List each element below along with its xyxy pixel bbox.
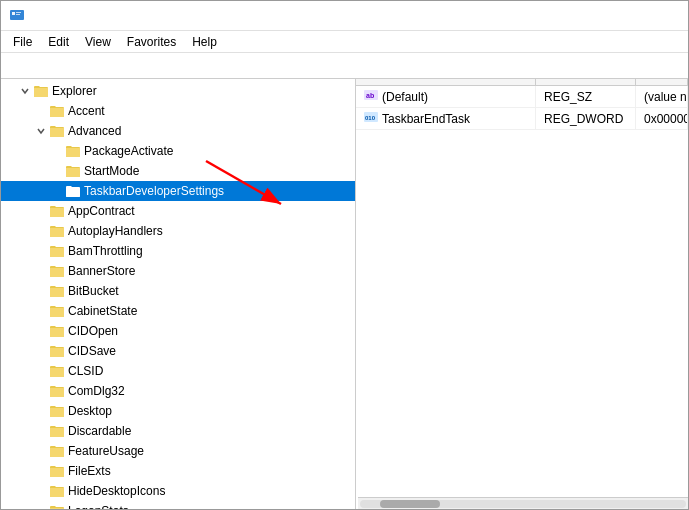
expand-icon-taskbardevelopersettings <box>49 181 65 201</box>
tree-item-featureusage[interactable]: FeatureUsage <box>1 441 355 461</box>
detail-data-1: 0x00000001 (1 <box>636 108 688 129</box>
tree-item-bamthrottling[interactable]: BamThrottling <box>1 241 355 261</box>
detail-row-1[interactable]: 010TaskbarEndTaskREG_DWORD0x00000001 (1 <box>356 108 688 130</box>
tree-label-explorer: Explorer <box>52 84 97 98</box>
expand-icon-fileexts <box>33 461 49 481</box>
main-area: Explorer Accent Advanced PackageActivate… <box>1 79 688 509</box>
folder-icon-cabinetstate <box>49 303 65 319</box>
expand-icon-clsid <box>33 361 49 381</box>
expand-icon-logonstats <box>33 501 49 509</box>
svg-rect-1 <box>12 12 15 15</box>
detail-type-0: REG_SZ <box>536 86 636 107</box>
tree-item-autoplayhandlers[interactable]: AutoplayHandlers <box>1 221 355 241</box>
menu-item-help[interactable]: Help <box>184 33 225 51</box>
expand-icon-cabinetstate <box>33 301 49 321</box>
tree-panel[interactable]: Explorer Accent Advanced PackageActivate… <box>1 79 356 509</box>
tree-label-fileexts: FileExts <box>68 464 111 478</box>
title-bar <box>1 1 688 31</box>
tree-item-explorer[interactable]: Explorer <box>1 81 355 101</box>
address-bar <box>1 53 688 79</box>
expand-icon-autoplayhandlers <box>33 221 49 241</box>
tree-item-cidsave[interactable]: CIDSave <box>1 341 355 361</box>
folder-icon-hidedesktopicons <box>49 483 65 499</box>
expand-icon-bamthrottling <box>33 241 49 261</box>
tree-label-cidsave: CIDSave <box>68 344 116 358</box>
expand-icon-cidopen <box>33 321 49 341</box>
menu-item-favorites[interactable]: Favorites <box>119 33 184 51</box>
tree-item-hidedesktopicons[interactable]: HideDesktopIcons <box>1 481 355 501</box>
minimize-button[interactable] <box>542 1 588 31</box>
tree-label-discardable: Discardable <box>68 424 131 438</box>
expand-icon-appcontract <box>33 201 49 221</box>
folder-icon-startmode <box>65 163 81 179</box>
tree-item-accent[interactable]: Accent <box>1 101 355 121</box>
tree-label-advanced: Advanced <box>68 124 121 138</box>
tree-label-autoplayhandlers: AutoplayHandlers <box>68 224 163 238</box>
tree-item-fileexts[interactable]: FileExts <box>1 461 355 481</box>
svg-text:010: 010 <box>365 115 376 121</box>
ab-icon: ab <box>364 88 378 105</box>
detail-data-0: (value not set) <box>636 86 688 107</box>
tree-item-cidopen[interactable]: CIDOpen <box>1 321 355 341</box>
tree-item-packageactivate[interactable]: PackageActivate <box>1 141 355 161</box>
tree-label-logonstats: LogonStats <box>68 504 129 509</box>
tree-label-appcontract: AppContract <box>68 204 135 218</box>
tree-label-hidedesktopicons: HideDesktopIcons <box>68 484 165 498</box>
folder-icon-fileexts <box>49 463 65 479</box>
tree-label-accent: Accent <box>68 104 105 118</box>
folder-icon-clsid <box>49 363 65 379</box>
window-controls <box>542 1 680 31</box>
detail-name-text-1: TaskbarEndTask <box>382 112 470 126</box>
tree-label-startmode: StartMode <box>84 164 139 178</box>
col-type[interactable] <box>536 79 636 85</box>
folder-icon-advanced <box>49 123 65 139</box>
folder-icon-cidopen <box>49 323 65 339</box>
tree-item-advanced[interactable]: Advanced <box>1 121 355 141</box>
menu-item-edit[interactable]: Edit <box>40 33 77 51</box>
tree-item-appcontract[interactable]: AppContract <box>1 201 355 221</box>
menu-item-file[interactable]: File <box>5 33 40 51</box>
tree-item-cabinetstate[interactable]: CabinetState <box>1 301 355 321</box>
menu-item-view[interactable]: View <box>77 33 119 51</box>
tree-item-discardable[interactable]: Discardable <box>1 421 355 441</box>
tree-item-startmode[interactable]: StartMode <box>1 161 355 181</box>
expand-icon-advanced[interactable] <box>33 121 49 141</box>
folder-icon-bamthrottling <box>49 243 65 259</box>
tree-label-packageactivate: PackageActivate <box>84 144 173 158</box>
horizontal-scrollbar[interactable] <box>358 497 688 509</box>
scrollbar-track <box>360 500 686 508</box>
col-data[interactable] <box>636 79 688 85</box>
tree-label-bannerstore: BannerStore <box>68 264 135 278</box>
tree-item-comdlg32[interactable]: ComDlg32 <box>1 381 355 401</box>
col-name[interactable] <box>356 79 536 85</box>
tree-label-bitbucket: BitBucket <box>68 284 119 298</box>
detail-panel: ab(Default)REG_SZ(value not set)010Taskb… <box>356 79 688 509</box>
expand-icon-discardable <box>33 421 49 441</box>
detail-row-0[interactable]: ab(Default)REG_SZ(value not set) <box>356 86 688 108</box>
detail-type-1: REG_DWORD <box>536 108 636 129</box>
tree-label-cabinetstate: CabinetState <box>68 304 137 318</box>
svg-text:ab: ab <box>366 92 374 99</box>
registry-editor-window: FileEditViewFavoritesHelp Explorer Accen… <box>0 0 689 510</box>
expand-icon-featureusage <box>33 441 49 461</box>
folder-icon-appcontract <box>49 203 65 219</box>
folder-icon-comdlg32 <box>49 383 65 399</box>
expand-icon-explorer[interactable] <box>17 81 33 101</box>
folder-icon-featureusage <box>49 443 65 459</box>
tree-item-bannerstore[interactable]: BannerStore <box>1 261 355 281</box>
scrollbar-thumb[interactable] <box>380 500 440 508</box>
folder-icon-autoplayhandlers <box>49 223 65 239</box>
expand-icon-desktop <box>33 401 49 421</box>
tree-item-bitbucket[interactable]: BitBucket <box>1 281 355 301</box>
close-button[interactable] <box>634 1 680 31</box>
expand-icon-cidsave <box>33 341 49 361</box>
folder-icon-accent <box>49 103 65 119</box>
tree-item-clsid[interactable]: CLSID <box>1 361 355 381</box>
menu-bar: FileEditViewFavoritesHelp <box>1 31 688 53</box>
expand-icon-hidedesktopicons <box>33 481 49 501</box>
tree-item-taskbardevelopersettings[interactable]: TaskbarDeveloperSettings <box>1 181 355 201</box>
tree-item-desktop[interactable]: Desktop <box>1 401 355 421</box>
tree-item-logonstats[interactable]: LogonStats <box>1 501 355 509</box>
tree-label-clsid: CLSID <box>68 364 103 378</box>
maximize-button[interactable] <box>588 1 634 31</box>
